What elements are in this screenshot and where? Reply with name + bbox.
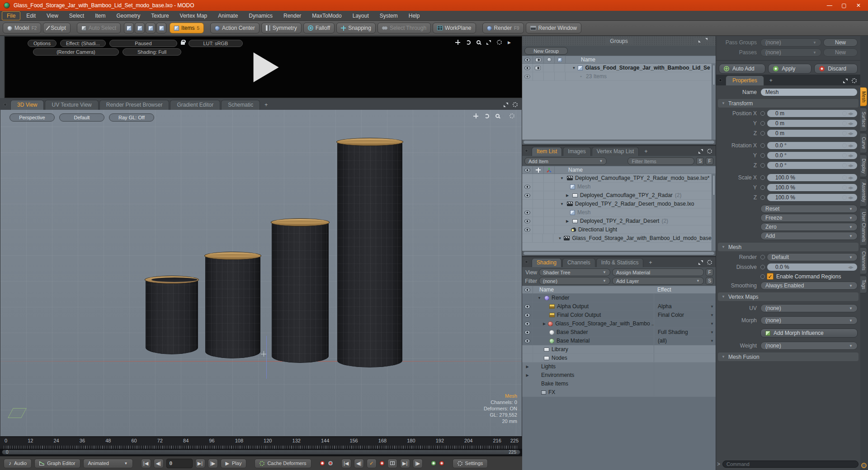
go-end-button[interactable]: |▶ <box>208 459 218 468</box>
groups-vscrollbar[interactable] <box>712 64 716 140</box>
groups-maximize-icon[interactable] <box>698 38 708 42</box>
materials-mode-button[interactable] <box>156 23 166 33</box>
lock-icon[interactable] <box>181 42 185 45</box>
maximize-button[interactable]: ▢ <box>841 2 847 9</box>
corner-menu-icon[interactable] <box>861 463 867 468</box>
preview-gear-icon[interactable] <box>497 40 502 45</box>
prev-key-button[interactable]: ◀| <box>154 459 164 468</box>
jar-large[interactable] <box>272 222 329 363</box>
item-expander[interactable]: ▼ <box>559 176 565 180</box>
item-visibility-toggle[interactable] <box>524 193 530 197</box>
properties-maximize-icon[interactable] <box>843 79 848 83</box>
item-row-scene-1[interactable]: ▼Deployed_Camouflage_TPY_2_Radar_modo_ba… <box>522 174 716 183</box>
discard-button[interactable]: Discard <box>814 64 858 74</box>
rotation-y-field[interactable]: 0.0 °◀▶ <box>767 151 858 160</box>
channel-toggle[interactable] <box>760 153 765 158</box>
position-x-field[interactable]: 0 m◀▶ <box>767 109 858 118</box>
play-overlay-icon[interactable] <box>253 52 278 82</box>
preview-camera-button[interactable]: (Render Camera) <box>33 48 119 56</box>
next-keyframe-button[interactable]: |▶ <box>413 459 423 468</box>
menu-maxtomodo[interactable]: MaxToModo <box>307 11 346 20</box>
channel-toggle[interactable] <box>760 131 765 136</box>
mesh-section-header[interactable]: ▼Mesh <box>718 243 859 251</box>
shader-row-nodes[interactable]: Nodes <box>522 354 716 362</box>
filter-items-input[interactable] <box>627 157 694 165</box>
record-button[interactable] <box>379 461 385 466</box>
item-list-hscrollbar[interactable] <box>522 251 716 256</box>
properties-gear-icon[interactable] <box>852 78 857 83</box>
effect-dropdown[interactable]: Alpha▼ <box>654 302 716 310</box>
tab-channels[interactable]: Channels <box>562 258 595 267</box>
filter-dropdown[interactable]: (none)▼ <box>539 277 610 285</box>
channel-box-button[interactable] <box>387 459 397 468</box>
scale-y-field[interactable]: 100.0 %◀▶ <box>767 183 858 192</box>
snapping-button[interactable]: Snapping <box>336 23 376 33</box>
current-frame-field[interactable] <box>166 459 193 468</box>
position-y-field[interactable]: 0 m◀▶ <box>767 119 858 127</box>
add-tab-button[interactable]: + <box>261 100 271 110</box>
pan-icon[interactable] <box>455 40 460 45</box>
prev-keyframe-button[interactable]: |◀ <box>341 459 351 468</box>
add-item-dropdown[interactable]: Add Item▼ <box>524 157 607 165</box>
items-mode-button[interactable]: Items5 <box>170 23 204 33</box>
item-row-folder-1[interactable]: ▶Deployed_Camouflage_TPY_2_Radar(2) <box>522 191 716 200</box>
shading-maximize-icon[interactable] <box>698 260 703 265</box>
shading-style-selector[interactable]: Default <box>59 113 104 122</box>
tab-uv-texture-view[interactable]: UV Texture View <box>45 100 98 110</box>
menu-system[interactable]: System <box>375 11 403 20</box>
item-row-scene-3[interactable]: ▼Glass_Food_Storage_Jar_with_Bamboo_Lid_… <box>522 234 716 243</box>
command-input[interactable] <box>722 461 859 468</box>
shader-expander[interactable]: ▼ <box>537 296 542 300</box>
channel-toggle[interactable] <box>760 175 765 180</box>
passes-dropdown[interactable]: (none)▼ <box>760 48 821 56</box>
graph-editor-button[interactable]: Graph Editor <box>34 459 80 468</box>
menu-texture[interactable]: Texture <box>146 11 174 20</box>
tab-images[interactable]: Images <box>563 147 590 156</box>
maximize-panel-icon[interactable] <box>486 40 491 45</box>
render-window-button[interactable]: Render Window <box>526 23 581 33</box>
tab-item-list[interactable]: Item List <box>532 147 562 156</box>
add-key-button[interactable]: ✓ <box>367 459 377 468</box>
symmetry-button[interactable]: Symmetry <box>261 23 302 33</box>
menu-select[interactable]: Select <box>64 11 89 20</box>
shader-visibility-toggle[interactable] <box>524 330 530 334</box>
channel-toggle[interactable] <box>760 195 765 200</box>
render-preview-viewport[interactable]: Options Effect: (Shadi... Paused LUT: sR… <box>5 36 522 98</box>
settings-button[interactable]: Settings <box>453 459 488 468</box>
channel-toggle[interactable] <box>760 255 765 259</box>
shader-visibility-toggle[interactable] <box>524 339 530 343</box>
group-render-toggle[interactable] <box>535 66 541 70</box>
side-tab-channels[interactable]: Channels <box>860 247 867 274</box>
channel-toggle[interactable] <box>760 143 765 148</box>
viewport-maximize-icon[interactable] <box>504 103 508 107</box>
side-tab-display[interactable]: Display <box>860 155 867 178</box>
next-key-button[interactable]: ▶| <box>195 459 205 468</box>
pass-groups-dropdown[interactable]: (none)▼ <box>760 38 821 47</box>
camera-view-selector[interactable]: Perspective <box>9 113 55 122</box>
step-fwd-button[interactable]: ▶| <box>400 459 410 468</box>
3d-viewport[interactable]: Perspective Default Ray GL: Off <box>0 110 522 437</box>
mesh-fusion-section-header[interactable]: ▼Mesh Fusion <box>718 352 859 361</box>
subgroup-expander[interactable]: + <box>578 75 584 79</box>
tab-info-statistics[interactable]: Info & Statistics <box>596 258 644 267</box>
preview-shading-button[interactable]: Shading: Full <box>123 48 181 56</box>
shader-visibility-toggle[interactable] <box>524 305 530 309</box>
item-row-folder-2[interactable]: ▶Deployed_TPY_2_Radar_Desert(2) <box>522 217 716 226</box>
item-visibility-toggle[interactable] <box>524 219 530 223</box>
jar-medium[interactable] <box>205 255 260 358</box>
menu-animate[interactable]: Animate <box>213 11 243 20</box>
viewport-gear-icon[interactable] <box>513 102 518 107</box>
edges-mode-button[interactable] <box>135 23 145 33</box>
vp-zoom-icon[interactable] <box>495 114 500 118</box>
item-visibility-toggle[interactable] <box>524 211 530 215</box>
side-tab-mesh[interactable]: Mesh <box>860 87 867 106</box>
item-list-gear-icon[interactable] <box>707 149 712 154</box>
effect-dropdown[interactable]: Final Color▼ <box>654 311 716 319</box>
menu-layout[interactable]: Layout <box>348 11 374 20</box>
auto-select-button[interactable]: Auto Select <box>77 23 121 33</box>
item-row-scene-2[interactable]: ▼Deployed_TPY_2_Radar_Desert_modo_base.l… <box>522 200 716 208</box>
record-options-button[interactable] <box>439 461 444 466</box>
add-dropdown[interactable]: Add▼ <box>760 232 858 240</box>
preview-options-button[interactable]: Options <box>28 40 57 47</box>
name-field[interactable]: Mesh <box>760 88 858 96</box>
